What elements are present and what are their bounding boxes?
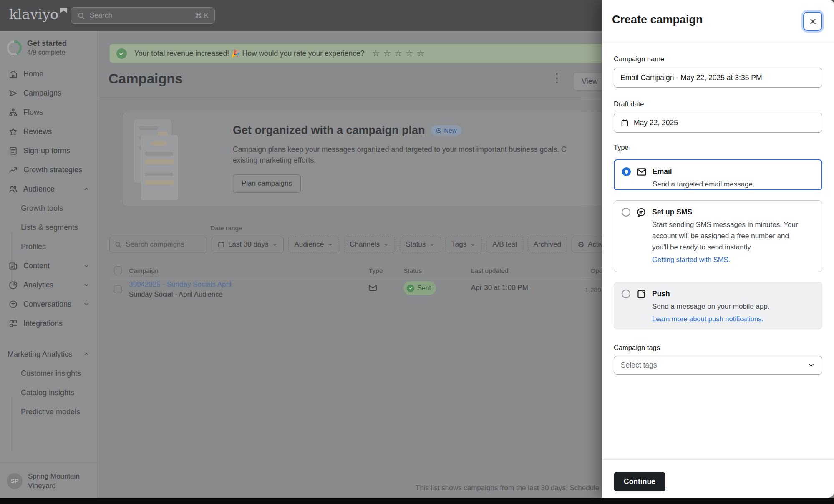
rating-stars[interactable]: ☆ ☆ ☆ ☆ ☆ — [372, 48, 424, 58]
sidebar-item-label: Customer insights — [21, 369, 81, 378]
date-range-select[interactable]: Last 30 days — [212, 237, 284, 252]
column-header-campaign[interactable]: Campaign — [129, 267, 159, 275]
draft-date-input[interactable]: May 22, 2025 — [614, 113, 822, 133]
channels-filter[interactable]: Channels — [344, 237, 395, 252]
sidebar-item-integrations[interactable]: Integrations — [0, 314, 97, 333]
push-radio[interactable] — [622, 290, 630, 298]
sidebar-item-label: Predictive models — [21, 408, 80, 416]
email-radio[interactable] — [622, 167, 631, 176]
sidebar-item-label: Integrations — [23, 319, 63, 328]
last-updated-value: Apr 30 at 1:00 PM — [471, 284, 528, 292]
sidebar-item-audience[interactable]: Audience — [0, 179, 97, 199]
plan-campaigns-button[interactable]: Plan campaigns — [233, 174, 301, 193]
chevron-down-icon — [470, 242, 476, 248]
opens-value: 1,289 — [585, 286, 601, 294]
account-name-line1: Spring Mountain — [28, 471, 80, 481]
ab-test-filter[interactable]: A/B test — [486, 237, 523, 252]
archived-filter[interactable]: Archived — [528, 237, 567, 252]
sidebar-item-campaigns[interactable]: Campaigns — [0, 83, 97, 103]
search-icon — [77, 12, 85, 20]
campaign-tags-select[interactable]: Select tags — [614, 356, 822, 375]
column-header-type: Type — [369, 267, 383, 275]
push-learn-more-link[interactable]: Learn more about push notifications. — [652, 315, 770, 323]
type-option-sms[interactable]: Set up SMS Start sending SMS messages in… — [614, 200, 822, 272]
campaign-link[interactable]: 30042025 - Sunday Socials April — [129, 280, 232, 289]
close-button[interactable] — [803, 12, 822, 31]
sidebar-item-home[interactable]: Home — [0, 64, 97, 83]
sidebar-item-signup-forms[interactable]: Sign-up forms — [0, 141, 97, 160]
tags-filter[interactable]: Tags — [446, 237, 482, 252]
modal-title: Create campaign — [612, 13, 703, 26]
global-search-input[interactable]: Search ⌘ K — [71, 7, 215, 24]
integrations-icon — [8, 319, 18, 328]
sms-radio[interactable] — [622, 208, 630, 217]
get-started-widget[interactable]: Get started 4/9 complete — [7, 39, 67, 56]
audience-filter[interactable]: Audience — [288, 237, 339, 252]
select-all-checkbox[interactable] — [114, 266, 122, 274]
plan-card-title: Get organized with a campaign plan — [233, 124, 425, 137]
plan-campaigns-label: Plan campaigns — [242, 179, 292, 188]
sidebar-item-label: Growth strategies — [23, 166, 82, 174]
kebab-menu-icon[interactable]: ⋮ — [551, 72, 563, 84]
sidebar-item-growth-strategies[interactable]: Growth strategies — [0, 160, 97, 179]
push-option-description: Send a message on your mobile app. — [652, 301, 770, 312]
filter-label: Status — [406, 240, 426, 249]
campaign-name-input[interactable] — [614, 68, 822, 88]
search-campaigns-field[interactable] — [126, 240, 192, 249]
search-campaigns-input[interactable] — [109, 237, 207, 252]
sidebar-item-profiles[interactable]: Profiles — [0, 237, 97, 256]
new-badge-icon — [436, 127, 442, 134]
get-started-progress: 4/9 complete — [27, 49, 67, 56]
sidebar-item-catalog-insights[interactable]: Catalog insights — [0, 383, 97, 402]
banner-message: Your total revenue increased! 🎉 How woul… — [134, 49, 364, 58]
sidebar-item-flows[interactable]: Flows — [0, 103, 97, 122]
sidebar-item-content[interactable]: Content — [0, 256, 97, 275]
filter-label: Tags — [451, 240, 466, 249]
sidebar-item-lists-segments[interactable]: Lists & segments — [0, 218, 97, 237]
sidebar-item-label: Catalog insights — [21, 388, 74, 397]
sidebar-item-predictive-models[interactable]: Predictive models — [0, 402, 97, 421]
view-button-label: View — [582, 77, 598, 86]
get-started-title: Get started — [27, 39, 67, 48]
type-option-email[interactable]: Email Send a targeted email message. — [614, 159, 822, 190]
email-icon — [636, 166, 647, 177]
row-checkbox[interactable] — [114, 285, 122, 293]
status-filter[interactable]: Status — [400, 237, 441, 252]
progress-ring — [7, 40, 22, 55]
account-name: Spring Mountain Vineyard — [28, 471, 80, 491]
klaviyo-logo[interactable]: klaviyo — [9, 6, 67, 23]
campaign-audience: Sunday Social - April Audience — [129, 290, 223, 298]
sidebar-item-analytics[interactable]: Analytics — [0, 275, 97, 295]
sidebar-item-conversations[interactable]: Conversations — [0, 295, 97, 314]
divider — [602, 459, 834, 460]
status-label: Sent — [417, 285, 431, 292]
sms-learn-more-link[interactable]: Getting started with SMS. — [652, 256, 803, 264]
push-option-title: Push — [652, 289, 770, 299]
email-option-title: Email — [653, 166, 755, 177]
sms-icon — [636, 207, 647, 218]
sidebar-section-marketing-analytics[interactable]: Marketing Analytics — [0, 345, 97, 364]
type-option-push[interactable]: Push Send a message on your mobile app. … — [614, 282, 822, 329]
star-icon[interactable]: ☆ — [394, 48, 402, 58]
star-icon[interactable]: ☆ — [417, 48, 425, 58]
nav-indent-guide — [12, 397, 12, 451]
sidebar-item-reviews[interactable]: Reviews — [0, 122, 97, 141]
email-type-icon — [368, 283, 378, 292]
continue-button[interactable]: Continue — [614, 472, 665, 491]
logo-wordmark: klaviyo — [9, 6, 58, 23]
star-icon[interactable]: ☆ — [383, 48, 391, 58]
klaviyo-app: klaviyo Search ⌘ K Get started 4/9 compl… — [0, 0, 834, 504]
sidebar-item-label: Flows — [23, 108, 43, 117]
plan-illustration — [130, 118, 178, 200]
avatar: SP — [7, 473, 23, 489]
calendar-icon — [620, 118, 629, 127]
sidebar-item-growth-tools[interactable]: Growth tools — [0, 199, 97, 218]
account-switcher[interactable]: SP Spring Mountain Vineyard — [0, 464, 97, 498]
campaign-plan-card: Get organized with a campaign plan New C… — [123, 113, 643, 205]
draft-date-label: Draft date — [614, 100, 644, 108]
star-icon[interactable]: ☆ — [406, 48, 413, 58]
chevron-down-icon — [429, 242, 435, 248]
sidebar-item-customer-insights[interactable]: Customer insights — [0, 364, 97, 383]
star-icon[interactable]: ☆ — [372, 48, 380, 58]
sidebar-item-label: Home — [23, 70, 43, 78]
